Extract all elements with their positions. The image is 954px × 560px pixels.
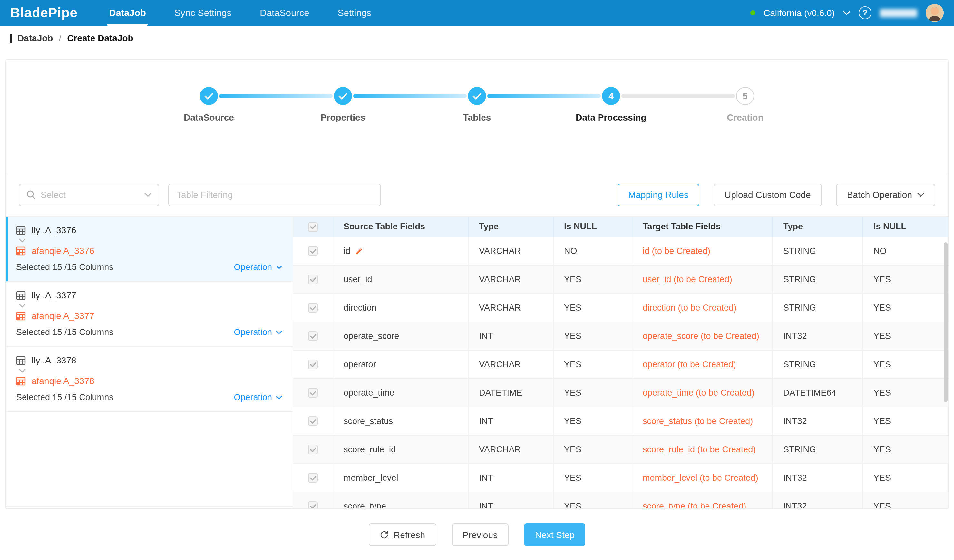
previous-button[interactable]: Previous bbox=[452, 523, 508, 546]
refresh-button[interactable]: Refresh bbox=[368, 523, 436, 546]
target-is-null: YES bbox=[863, 350, 948, 378]
table-list-item[interactable]: lly .A_3378 afanqie A_3378 Selected 15 /… bbox=[6, 347, 293, 412]
operation-link[interactable]: Operation bbox=[234, 392, 282, 402]
table-select-dropdown[interactable]: Select bbox=[19, 184, 159, 206]
source-is-null: NO bbox=[554, 237, 632, 265]
checkbox-checked-icon[interactable] bbox=[308, 246, 318, 256]
step-datasource[interactable]: DataSource bbox=[170, 87, 248, 123]
checkbox-checked-icon[interactable] bbox=[308, 473, 318, 483]
table-filter-input[interactable] bbox=[168, 184, 381, 206]
nav-item-settings[interactable]: Settings bbox=[335, 0, 373, 26]
target-field-name[interactable]: id (to be Created) bbox=[632, 237, 773, 265]
source-is-null: YES bbox=[554, 492, 632, 509]
source-is-null: YES bbox=[554, 436, 632, 464]
footer-actions: Refresh Previous Next Step bbox=[0, 523, 954, 546]
target-field-name[interactable]: score_status (to be Created) bbox=[632, 407, 773, 435]
mapping-rules-button[interactable]: Mapping Rules bbox=[617, 184, 699, 206]
target-type: STRING bbox=[773, 237, 863, 265]
checkbox-checked-icon[interactable] bbox=[308, 275, 318, 284]
target-table-icon bbox=[16, 376, 26, 386]
step-data-processing: 4 Data Processing bbox=[572, 87, 650, 123]
brand-logo[interactable]: BladePipe bbox=[10, 5, 77, 20]
checkbox-checked-icon[interactable] bbox=[308, 445, 318, 454]
checkbox-checked-icon[interactable] bbox=[308, 222, 318, 232]
region-version-label[interactable]: California (v0.6.0) bbox=[764, 8, 835, 18]
step-check-icon bbox=[200, 87, 218, 105]
chevron-down-icon[interactable] bbox=[843, 11, 850, 15]
operation-link[interactable]: Operation bbox=[234, 262, 282, 272]
table-list-item[interactable]: lly .A_3376 afanqie A_3376 Selected 15 /… bbox=[6, 216, 293, 282]
target-is-null: YES bbox=[863, 266, 948, 293]
target-type: INT32 bbox=[773, 492, 863, 509]
table-scrollbar[interactable] bbox=[944, 242, 948, 402]
help-icon[interactable]: ? bbox=[859, 6, 871, 19]
table-row: user_id VARCHAR YES user_id (to be Creat… bbox=[293, 266, 948, 294]
target-field-name[interactable]: score_type (to be Created) bbox=[632, 492, 773, 509]
source-type: VARCHAR bbox=[469, 436, 554, 464]
source-table-name: lly .A_3377 bbox=[31, 290, 76, 300]
source-field-name: direction bbox=[333, 294, 469, 322]
source-is-null: YES bbox=[554, 379, 632, 407]
content-panels: lly .A_3376 afanqie A_3376 Selected 15 /… bbox=[6, 216, 948, 509]
chevron-down-icon bbox=[276, 395, 282, 399]
checkbox-checked-icon[interactable] bbox=[308, 359, 318, 369]
batch-operation-button[interactable]: Batch Operation bbox=[836, 184, 935, 206]
source-type: INT bbox=[469, 322, 554, 350]
step-creation: 5 Creation bbox=[706, 87, 784, 123]
nav-item-datajob[interactable]: DataJob bbox=[107, 0, 148, 26]
table-list-item[interactable]: lly .A_3377 afanqie A_3377 Selected 15 /… bbox=[6, 282, 293, 347]
nav-item-sync-settings[interactable]: Sync Settings bbox=[172, 0, 233, 26]
target-field-name[interactable]: operate_time (to be Created) bbox=[632, 379, 773, 407]
nav-item-datasource[interactable]: DataSource bbox=[258, 0, 311, 26]
next-step-button[interactable]: Next Step bbox=[524, 523, 586, 546]
checkbox-checked-icon[interactable] bbox=[308, 388, 318, 398]
header-target-type: Type bbox=[773, 216, 863, 237]
stepper: DataSource Properties Tables bbox=[170, 87, 784, 123]
target-field-name[interactable]: operate_score (to be Created) bbox=[632, 322, 773, 350]
source-field-name: operator bbox=[333, 350, 469, 378]
step-check-icon bbox=[468, 87, 486, 105]
step-properties[interactable]: Properties bbox=[304, 87, 382, 123]
target-type: INT32 bbox=[773, 464, 863, 492]
target-field-name[interactable]: member_level (to be Created) bbox=[632, 464, 773, 492]
refresh-icon bbox=[379, 530, 388, 539]
source-type: VARCHAR bbox=[469, 350, 554, 378]
target-is-null: YES bbox=[863, 407, 948, 435]
source-is-null: YES bbox=[554, 322, 632, 350]
target-table-icon bbox=[16, 246, 26, 255]
source-is-null: YES bbox=[554, 407, 632, 435]
source-type: INT bbox=[469, 407, 554, 435]
header-target-null: Is NULL bbox=[863, 216, 948, 237]
checkbox-checked-icon[interactable] bbox=[308, 501, 318, 509]
mapping-arrow-icon bbox=[19, 238, 282, 243]
checkbox-checked-icon[interactable] bbox=[308, 331, 318, 341]
source-type: DATETIME bbox=[469, 379, 554, 407]
edit-pencil-icon[interactable] bbox=[355, 247, 363, 255]
checkbox-checked-icon[interactable] bbox=[308, 303, 318, 313]
list-pagination: Total 3 items 1 bbox=[6, 506, 293, 509]
checkbox-checked-icon[interactable] bbox=[308, 416, 318, 426]
source-table-icon bbox=[16, 290, 26, 300]
user-avatar[interactable] bbox=[926, 4, 944, 22]
source-type: VARCHAR bbox=[469, 294, 554, 322]
operation-link[interactable]: Operation bbox=[234, 327, 282, 337]
target-is-null: YES bbox=[863, 492, 948, 509]
target-field-name[interactable]: user_id (to be Created) bbox=[632, 266, 773, 293]
source-table-icon bbox=[16, 355, 26, 365]
header-source-null: Is NULL bbox=[554, 216, 632, 237]
target-table-name: afanqie A_3376 bbox=[31, 246, 94, 256]
source-table-name: lly .A_3376 bbox=[31, 225, 76, 235]
breadcrumb-accent-bar bbox=[10, 33, 12, 43]
source-field-name: id bbox=[344, 244, 350, 257]
header-target-fields: Target Table Fields bbox=[632, 216, 773, 237]
target-field-name[interactable]: direction (to be Created) bbox=[632, 294, 773, 322]
source-type: INT bbox=[469, 464, 554, 492]
step-tables[interactable]: Tables bbox=[438, 87, 516, 123]
target-field-name[interactable]: operator (to be Created) bbox=[632, 350, 773, 378]
main-card: DataSource Properties Tables bbox=[5, 59, 949, 509]
step-label: DataSource bbox=[184, 112, 234, 123]
source-type: VARCHAR bbox=[469, 237, 554, 265]
target-field-name[interactable]: score_rule_id (to be Created) bbox=[632, 436, 773, 464]
upload-custom-code-button[interactable]: Upload Custom Code bbox=[714, 184, 822, 206]
breadcrumb-root[interactable]: DataJob bbox=[17, 33, 53, 43]
